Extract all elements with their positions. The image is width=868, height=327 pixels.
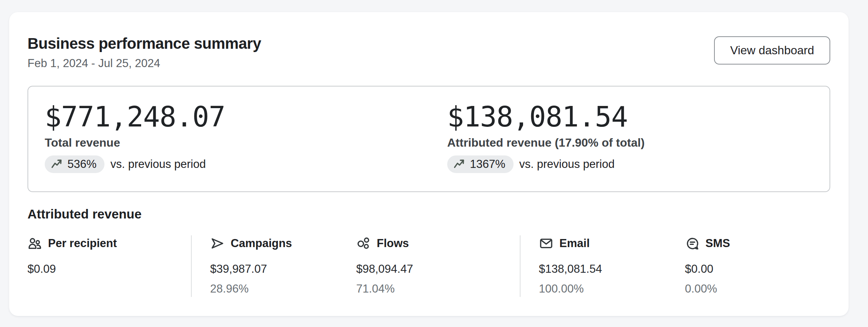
attributed-breakdown-row: Per recipient $0.09 Campaigns $39,987.07… <box>27 235 830 299</box>
people-icon <box>27 236 42 251</box>
campaigns-value: $39,987.07 <box>210 262 356 276</box>
flows-value: $98,094.47 <box>356 262 520 276</box>
sms-label: SMS <box>706 237 730 250</box>
header-titles: Business performance summary Feb 1, 2024… <box>27 34 261 70</box>
campaigns-percent: 28.96% <box>210 282 356 299</box>
email-percent: 100.00% <box>539 282 685 299</box>
attributed-revenue-label: Attributed revenue (17.90% of total) <box>447 136 813 150</box>
total-revenue-value: $771,248.07 <box>45 100 429 133</box>
trend-percent: 536% <box>67 158 96 171</box>
summary-card: Business performance summary Feb 1, 2024… <box>9 12 849 316</box>
attributed-revenue-value: $138,081.54 <box>447 100 813 133</box>
total-revenue-label: Total revenue <box>45 136 429 150</box>
email-column: Email $138,081.54 100.00% <box>521 235 685 299</box>
card-header: Business performance summary Feb 1, 2024… <box>27 34 830 70</box>
attributed-revenue-metric: $138,081.54 Attributed revenue (17.90% o… <box>429 100 813 191</box>
revenue-summary-box: $771,248.07 Total revenue 536% vs. previ… <box>27 86 830 192</box>
date-range: Feb 1, 2024 - Jul 25, 2024 <box>27 56 261 71</box>
sms-column: SMS $0.00 0.00% <box>685 235 830 299</box>
campaigns-label: Campaigns <box>231 237 292 250</box>
email-icon <box>539 236 553 251</box>
per-recipient-label: Per recipient <box>48 237 117 250</box>
flows-icon <box>356 236 371 251</box>
view-dashboard-button[interactable]: View dashboard <box>714 36 830 65</box>
sms-icon <box>685 236 700 251</box>
total-revenue-trend: 536% vs. previous period <box>45 155 429 173</box>
sms-percent: 0.00% <box>685 282 830 299</box>
sms-value: $0.00 <box>685 262 830 276</box>
email-label: Email <box>559 237 590 250</box>
trend-badge: 1367% <box>447 155 514 173</box>
flows-column: Flows $98,094.47 71.04% <box>356 235 520 299</box>
total-revenue-metric: $771,248.07 Total revenue 536% vs. previ… <box>45 100 429 191</box>
trend-comparison-text: vs. previous period <box>110 158 206 171</box>
flows-label: Flows <box>377 237 409 250</box>
page-title: Business performance summary <box>27 34 261 54</box>
trending-up-icon <box>51 158 63 170</box>
trend-badge: 536% <box>45 155 104 173</box>
business-performance-page: { "header": { "title": "Business perform… <box>0 0 868 327</box>
flows-percent: 71.04% <box>356 282 520 299</box>
per-recipient-value: $0.09 <box>27 262 191 276</box>
campaigns-column: Campaigns $39,987.07 28.96% <box>192 235 356 299</box>
email-value: $138,081.54 <box>539 262 685 276</box>
attributed-revenue-trend: 1367% vs. previous period <box>447 155 813 173</box>
trending-up-icon <box>453 158 466 170</box>
per-recipient-column: Per recipient $0.09 <box>27 235 191 299</box>
trend-percent: 1367% <box>470 158 505 171</box>
attributed-revenue-heading: Attributed revenue <box>27 207 830 221</box>
send-icon <box>210 236 225 251</box>
trend-comparison-text: vs. previous period <box>519 158 615 171</box>
